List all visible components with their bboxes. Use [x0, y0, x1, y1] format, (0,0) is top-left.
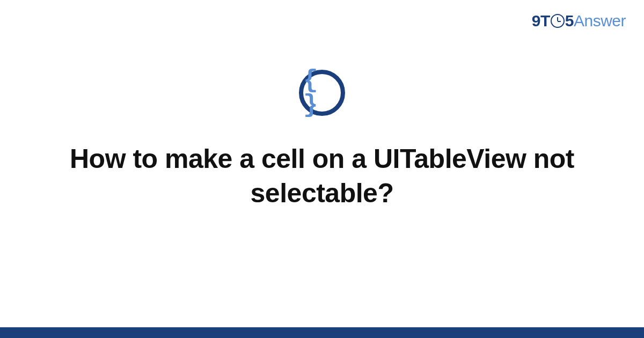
code-braces-icon: { }: [299, 70, 345, 116]
braces-glyph: { }: [303, 68, 341, 117]
footer-bar: [0, 327, 644, 338]
question-title: How to make a cell on a UITableView not …: [32, 142, 612, 210]
logo-text-9t: 9T: [532, 12, 550, 30]
logo-text-5: 5: [565, 12, 574, 30]
site-logo: 9T 5 Answer: [532, 12, 626, 30]
logo-text-answer: Answer: [574, 12, 626, 30]
clock-icon: [551, 14, 565, 28]
